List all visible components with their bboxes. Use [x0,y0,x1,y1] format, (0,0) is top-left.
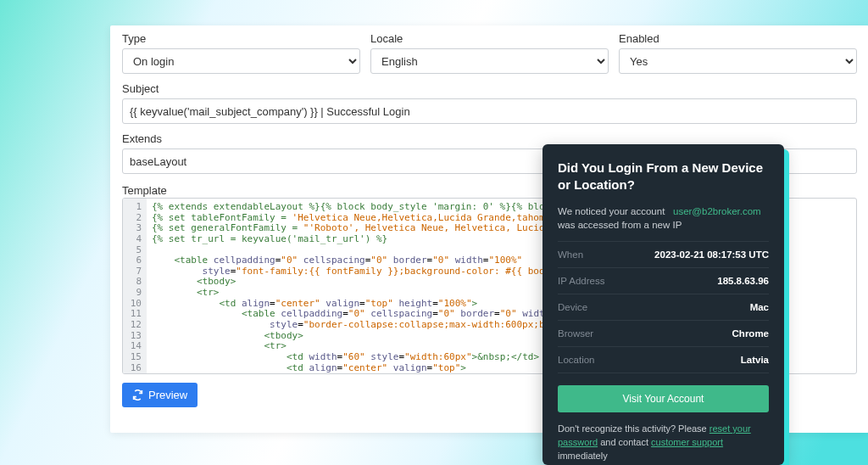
email-info-row: IP Address185.8.63.96 [558,268,769,294]
label-type: Type [122,32,360,45]
preview-button-label: Preview [148,389,187,401]
email-info-value: Latvia [741,355,769,365]
email-info-value: 185.8.63.96 [717,276,769,286]
field-enabled: Enabled Yes [619,32,857,74]
email-info-key: Browser [558,328,593,339]
label-extends: Extends [122,132,857,145]
email-intro-prefix: We noticed your account [558,206,665,216]
email-info-key: Location [558,355,594,365]
field-locale: Locale English [370,32,609,74]
label-subject: Subject [122,82,857,95]
email-intro-suffix: was accessed from a new IP [558,220,682,230]
email-footer-prefix: Don't recognize this activity? Please [558,423,707,434]
field-type: Type On login [122,32,360,74]
email-info-key: Device [558,302,587,312]
select-type[interactable]: On login [122,48,360,74]
email-info-value: 2023-02-21 08:17:53 UTC [654,249,769,260]
label-enabled: Enabled [619,32,857,45]
select-locale[interactable]: English [370,48,609,74]
visit-account-button[interactable]: Visit Your Account [558,385,769,412]
email-info-value: Chrome [732,328,769,339]
email-account: user@b2broker.com [673,206,761,216]
email-info-row: When2023-02-21 08:17:53 UTC [558,242,769,268]
email-info-table: When2023-02-21 08:17:53 UTCIP Address185… [558,241,769,373]
email-footer-mid: and contact [600,437,648,447]
refresh-icon [132,389,143,401]
email-info-key: When [558,249,583,260]
email-info-key: IP Address [558,276,604,286]
email-intro: We noticed your account user@b2broker.co… [558,204,769,232]
email-footer-suffix: immediately [558,451,608,461]
email-preview-card: Did You Login From a New Device or Locat… [542,144,784,465]
label-locale: Locale [370,32,609,45]
email-title: Did You Login From a New Device or Locat… [558,160,769,194]
email-info-value: Mac [750,302,769,312]
field-subject: Subject [122,82,857,124]
email-info-row: LocationLatvia [558,347,769,373]
email-info-row: BrowserChrome [558,321,769,347]
customer-support-link[interactable]: customer support [651,437,723,447]
email-footer: Don't recognize this activity? Please re… [558,423,769,463]
preview-button[interactable]: Preview [122,383,198,407]
email-info-row: DeviceMac [558,294,769,321]
select-enabled[interactable]: Yes [619,48,857,74]
editor-gutter: 1 2 3 4 5 6 7 8 9 10 11 12 13 14 15 16 1… [123,199,147,373]
input-subject[interactable] [122,98,857,124]
label-template: Template [122,184,167,197]
